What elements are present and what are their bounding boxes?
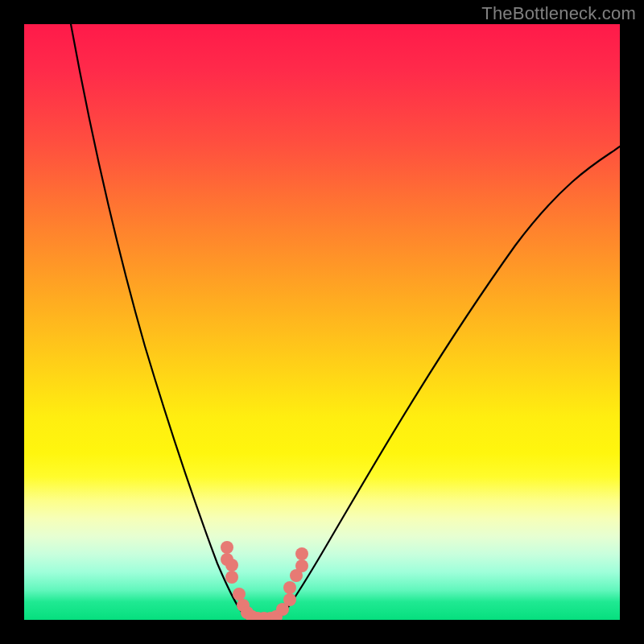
right-curve	[279, 147, 620, 619]
marker	[283, 581, 296, 606]
svg-point-5	[283, 593, 296, 606]
chart-svg	[24, 24, 620, 620]
marker	[225, 559, 238, 584]
marker-group	[221, 541, 308, 620]
svg-point-0	[221, 541, 233, 554]
marker	[295, 547, 308, 572]
watermark-text: TheBottleneck.com	[481, 3, 636, 24]
left-curve	[71, 24, 248, 619]
svg-point-7	[295, 559, 308, 572]
plot-area	[24, 24, 620, 620]
marker	[233, 588, 246, 601]
chart-container: TheBottleneck.com	[0, 0, 644, 644]
svg-point-4	[283, 581, 296, 594]
svg-point-2	[225, 559, 238, 572]
svg-point-6	[295, 547, 308, 560]
svg-point-3	[225, 571, 238, 584]
